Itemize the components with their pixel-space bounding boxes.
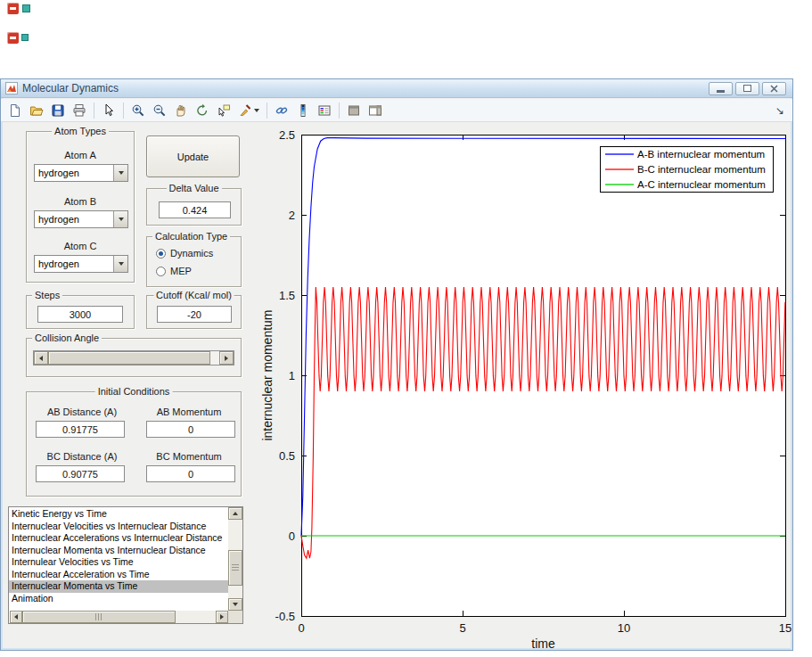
- atom-b-dropdown[interactable]: hydrogen: [34, 210, 128, 228]
- brush-dropdown-icon[interactable]: [254, 109, 259, 112]
- calculation-type-panel: Calculation Type Dynamics MEP: [146, 236, 242, 287]
- insert-legend-icon: [317, 103, 332, 118]
- toolbar-separator: [339, 103, 340, 119]
- print-figure-button[interactable]: [70, 101, 89, 120]
- data-cursor-button[interactable]: [214, 101, 234, 120]
- pan-button[interactable]: [171, 101, 191, 120]
- desktop: Molecular Dynamics: [0, 0, 812, 657]
- svg-text:2.5: 2.5: [279, 128, 295, 142]
- steps-title: Steps: [32, 290, 62, 301]
- toolbar-separator: [94, 103, 94, 119]
- radio-icon[interactable]: [156, 249, 166, 259]
- zoom-out-icon: [152, 103, 167, 118]
- atom-a-dropdown[interactable]: hydrogen: [34, 164, 128, 182]
- plot-type-listbox: Kinetic Energy vs TimeInternuclear Veloc…: [8, 506, 243, 624]
- new-figure-button[interactable]: [5, 101, 25, 120]
- slider-thumb[interactable]: [48, 351, 210, 365]
- rotate-3d-button[interactable]: [193, 101, 212, 120]
- save-figure-button[interactable]: [48, 101, 68, 120]
- slider-right-arrow[interactable]: [219, 351, 234, 365]
- edit-plot-icon: [102, 103, 116, 118]
- ab-distance-label: AB Distance (A): [33, 407, 131, 417]
- plot-list-item[interactable]: Internuclear Accelerations vs Internucle…: [9, 532, 228, 545]
- plot-list-item[interactable]: Internuclear Velocities vs Internuclear …: [9, 521, 228, 533]
- scrollbar-corner: [228, 611, 242, 623]
- desktop-window-fragment[interactable]: [7, 3, 34, 17]
- figure-toolbar: ↘: [1, 99, 792, 122]
- scroll-down-button[interactable]: [228, 598, 242, 611]
- link-plot-button[interactable]: [272, 101, 291, 120]
- scroll-up-button[interactable]: [228, 507, 242, 520]
- svg-text:5: 5: [459, 621, 465, 635]
- dropdown-arrow-icon[interactable]: [113, 256, 127, 272]
- initial-conditions-title: Initial Conditions: [95, 386, 173, 398]
- svg-text:0.5: 0.5: [279, 449, 295, 463]
- red-window-icon: [7, 32, 19, 44]
- zoom-out-button[interactable]: [150, 101, 169, 120]
- brush-data-icon: [238, 103, 252, 118]
- open-file-icon: [29, 103, 44, 118]
- cutoff-panel: Cutoff (Kcal/ mol): [146, 295, 242, 329]
- show-plot-tools-icon: [368, 103, 382, 118]
- svg-text:time: time: [531, 636, 555, 651]
- plot-list-item[interactable]: Internulear Velocities vs Time: [9, 556, 228, 569]
- bc-momentum-input[interactable]: [146, 465, 235, 482]
- title-bar[interactable]: Molecular Dynamics: [1, 79, 792, 98]
- insert-colorbar-button[interactable]: [293, 101, 313, 120]
- insert-legend-button[interactable]: [315, 101, 334, 120]
- plot-list-item[interactable]: Internuclear Momenta vs Time: [9, 580, 228, 593]
- plot-list-item[interactable]: Internuclear Acceleration vs Time: [9, 569, 228, 581]
- brush-data-button[interactable]: [235, 101, 262, 120]
- steps-panel: Steps: [26, 295, 135, 329]
- delta-value-title: Delta Value: [166, 183, 221, 194]
- restore-button[interactable]: [735, 82, 759, 95]
- dock-figure-icon[interactable]: ↘: [775, 104, 788, 117]
- cutoff-input[interactable]: [157, 306, 232, 323]
- vertical-scroll-thumb[interactable]: [228, 550, 242, 586]
- vertical-scrollbar[interactable]: [228, 507, 242, 611]
- update-button[interactable]: Update: [146, 136, 240, 177]
- hide-plot-tools-button[interactable]: [344, 101, 364, 120]
- dropdown-arrow-icon[interactable]: [113, 211, 127, 227]
- scroll-right-button[interactable]: [216, 611, 228, 623]
- window-controls: [709, 82, 788, 95]
- open-file-button[interactable]: [27, 101, 46, 120]
- atom-b-label: Atom B: [27, 196, 134, 207]
- teal-window-icon: [21, 34, 29, 41]
- svg-text:1: 1: [289, 369, 295, 382]
- atom-c-dropdown[interactable]: hydrogen: [34, 255, 128, 273]
- scroll-left-button[interactable]: [10, 611, 22, 623]
- plot-list-item[interactable]: Animation: [9, 593, 228, 605]
- collision-angle-slider[interactable]: [33, 350, 234, 365]
- initial-conditions-panel: Initial Conditions AB Distance (A) AB Mo…: [26, 391, 242, 497]
- svg-text:2: 2: [289, 209, 295, 222]
- minimize-button[interactable]: [709, 82, 733, 95]
- plot-list-item[interactable]: Internuclear Momenta vs Internuclear Dis…: [9, 545, 228, 557]
- ab-distance-input[interactable]: [36, 421, 125, 438]
- show-plot-tools-button[interactable]: [365, 101, 385, 120]
- radio-mep[interactable]: MEP: [156, 266, 192, 276]
- plot-list-item[interactable]: Kinetic Energy vs Time: [9, 508, 228, 521]
- toolbar-separator: [123, 103, 124, 119]
- close-button[interactable]: [762, 82, 786, 95]
- edit-plot-button[interactable]: [99, 101, 119, 120]
- radio-dynamics[interactable]: Dynamics: [156, 248, 213, 259]
- zoom-in-button[interactable]: [128, 101, 148, 120]
- atom-b-value: hydrogen: [35, 211, 113, 227]
- slider-left-arrow[interactable]: [34, 351, 48, 365]
- collision-angle-title: Collision Angle: [32, 333, 102, 344]
- atom-types-title: Atom Types: [52, 126, 109, 137]
- dropdown-arrow-icon[interactable]: [113, 165, 127, 181]
- radio-mep-label: MEP: [170, 266, 192, 276]
- svg-text:10: 10: [618, 621, 630, 635]
- horizontal-scrollbar[interactable]: [10, 611, 228, 623]
- ab-momentum-input[interactable]: [146, 421, 235, 438]
- desktop-window-fragment[interactable]: [7, 32, 34, 46]
- radio-icon[interactable]: [156, 267, 166, 276]
- rotate-3d-icon: [195, 103, 209, 118]
- horizontal-scroll-thumb[interactable]: [22, 611, 176, 623]
- bc-distance-input[interactable]: [36, 465, 125, 482]
- insert-colorbar-icon: [296, 103, 310, 118]
- steps-input[interactable]: [37, 306, 123, 323]
- delta-value-input[interactable]: [159, 201, 231, 218]
